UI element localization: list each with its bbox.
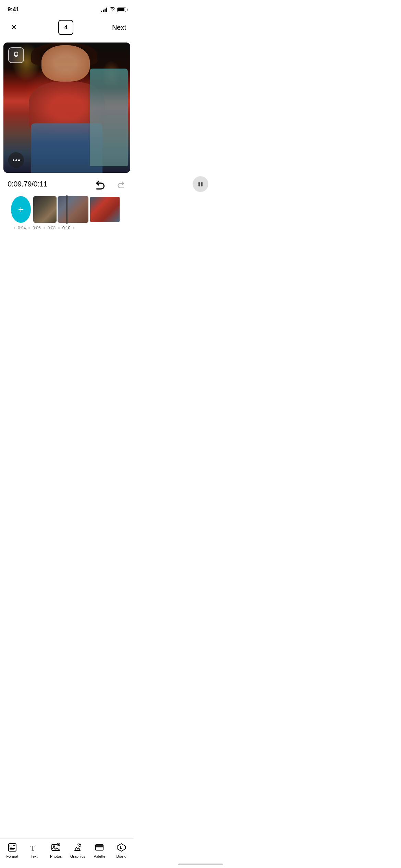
total-time: 0:11 (34, 180, 48, 188)
ts-label-1: 0:06 (33, 226, 40, 230)
more-dot-2 (15, 159, 17, 161)
close-button[interactable]: ✕ (8, 21, 20, 34)
clip-thumbnail-2[interactable] (58, 196, 88, 223)
ts-dot-0 (14, 227, 15, 229)
timestamp-2: 0:08 (48, 226, 56, 230)
undo-redo-controls (95, 178, 126, 190)
top-nav: ✕ 4 Next (0, 17, 134, 39)
status-bar: 9:41 (0, 0, 134, 17)
filmstrip-wrapper: + (8, 195, 126, 224)
ts-label-2: 0:08 (48, 226, 56, 230)
ts-dot-4 (73, 227, 74, 229)
ts-dot-1 (28, 227, 30, 229)
more-dot-3 (18, 159, 20, 161)
timestamp-0: 0:04 (18, 226, 26, 230)
timestamps-row: 0:04 0:06 0:08 0:10 (8, 224, 126, 230)
face-element (41, 45, 90, 82)
more-dot-1 (13, 159, 14, 161)
undo-button[interactable] (95, 178, 107, 190)
ts-label-3: 0:10 (62, 226, 70, 230)
timestamp-3: 0:10 (62, 226, 70, 230)
photo-canvas (3, 43, 130, 173)
close-icon: ✕ (11, 23, 17, 32)
lightricks-badge[interactable] (8, 47, 24, 63)
add-clip-button[interactable]: + (11, 196, 31, 223)
signal-icon (101, 7, 107, 12)
add-icon: + (18, 205, 24, 214)
timestamp-1: 0:06 (33, 226, 40, 230)
status-time: 9:41 (8, 6, 19, 13)
filmstrip: + (11, 195, 126, 224)
battery-icon (117, 8, 126, 12)
ts-label-0: 0:04 (18, 226, 26, 230)
ts-dot-3 (58, 227, 60, 229)
current-time: 0:09.79 (8, 180, 32, 188)
status-icons (101, 7, 126, 12)
redo-button[interactable] (114, 178, 126, 190)
timeline-section: 0:09.79/0:11 (0, 173, 134, 230)
layer-count-badge[interactable]: 4 (58, 20, 73, 35)
clip-thumbnail-1[interactable] (33, 196, 57, 223)
next-button[interactable]: Next (112, 24, 126, 32)
clip-thumbnail-3[interactable] (89, 196, 120, 223)
time-display: 0:09.79/0:11 (8, 180, 47, 189)
more-options-button[interactable] (8, 152, 24, 168)
machine-element (90, 69, 128, 166)
lightricks-icon (12, 51, 21, 60)
wifi-icon (109, 7, 115, 12)
ts-dot-2 (44, 227, 45, 229)
